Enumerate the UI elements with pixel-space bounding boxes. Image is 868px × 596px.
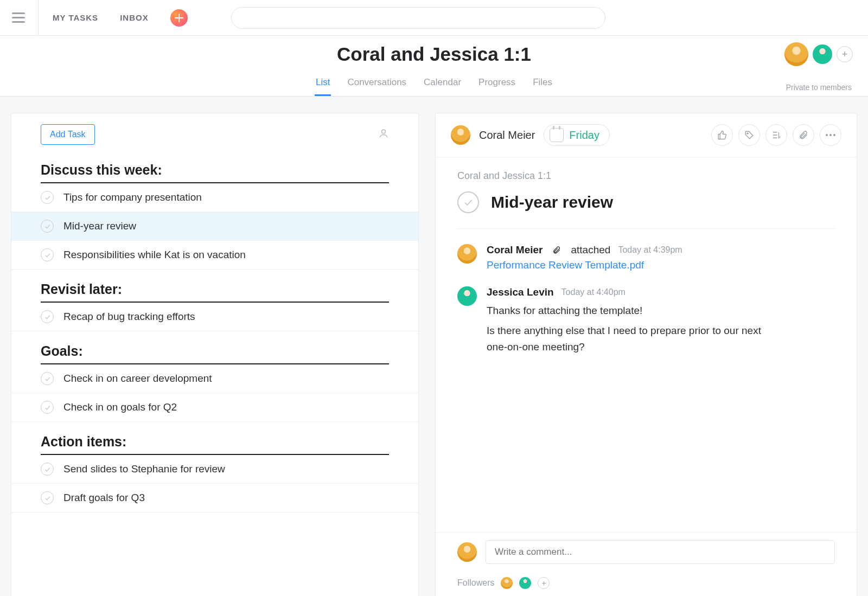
task-row[interactable]: Responsibilities while Kat is on vacatio… — [11, 241, 418, 270]
task-row[interactable]: Recap of bug tracking efforts — [11, 303, 418, 331]
task-row[interactable]: Check in on goals for Q2 — [11, 393, 418, 422]
project-members: + — [784, 42, 853, 66]
task-name: Responsibilities while Kat is on vacatio… — [63, 249, 246, 261]
attachment-button[interactable] — [793, 124, 814, 146]
comment-time: Today at 4:40pm — [561, 287, 626, 297]
comment-action: attached — [571, 244, 610, 256]
privacy-label: Private to members — [786, 83, 852, 92]
section-title: Goals: — [41, 343, 389, 359]
comment-avatar[interactable] — [457, 286, 477, 306]
complete-checkbox[interactable] — [41, 310, 54, 323]
comment-item: Coral Meier attached Today at 4:39pm Per… — [457, 244, 835, 271]
workspace: Add Task Discuss this week:Tips for comp… — [0, 97, 868, 596]
svg-point-4 — [826, 134, 828, 136]
followers-label: Followers — [457, 578, 494, 588]
comment-input[interactable] — [486, 540, 835, 564]
comment-author: Jessica Levin — [487, 286, 554, 298]
composer-avatar — [457, 542, 477, 562]
complete-checkbox[interactable] — [41, 401, 54, 414]
section-header[interactable]: Discuss this week: — [41, 150, 389, 183]
breadcrumb[interactable]: Coral and Jessica 1:1 — [457, 170, 835, 182]
section-title: Revisit later: — [41, 281, 389, 297]
comment-item: Jessica Levin Today at 4:40pm Thanks for… — [457, 286, 835, 355]
comment-text: Thanks for attaching the template! — [487, 303, 769, 318]
task-row[interactable]: Draft goals for Q3 — [11, 484, 418, 512]
detail-body: Coral and Jessica 1:1 Mid-year review Co… — [436, 157, 857, 532]
project-tabs: List Conversations Calendar Progress Fil… — [13, 73, 855, 96]
task-name: Check in on career development — [63, 373, 212, 384]
assignee-name: Coral Meier — [479, 129, 535, 142]
comment-time: Today at 4:39pm — [618, 245, 682, 255]
add-follower-button[interactable]: + — [538, 577, 550, 589]
search-input[interactable] — [231, 7, 605, 29]
complete-checkbox[interactable] — [41, 220, 54, 233]
task-list-panel: Add Task Discuss this week:Tips for comp… — [11, 113, 419, 596]
detail-header: Coral Meier Friday — [436, 113, 857, 157]
task-detail-panel: Coral Meier Friday Coral and Jessica 1:1… — [435, 113, 857, 596]
calendar-icon — [550, 128, 564, 142]
complete-checkbox[interactable] — [41, 191, 54, 204]
task-row[interactable]: Mid-year review — [11, 212, 418, 241]
follower-avatar[interactable] — [501, 577, 513, 589]
comment-avatar[interactable] — [457, 244, 477, 264]
more-actions-button[interactable] — [820, 124, 841, 146]
task-name: Send slides to Stephanie for review — [63, 463, 225, 475]
search-wrap — [231, 7, 605, 29]
followers-row: Followers + — [436, 572, 857, 596]
svg-point-3 — [747, 133, 748, 134]
project-title: Coral and Jessica 1:1 — [13, 43, 855, 65]
complete-checkbox[interactable] — [41, 372, 54, 385]
task-name: Recap of bug tracking efforts — [63, 311, 195, 323]
task-name: Mid-year review — [63, 220, 136, 232]
project-header: Coral and Jessica 1:1 List Conversations… — [0, 36, 868, 97]
tab-files[interactable]: Files — [532, 73, 553, 96]
section-header[interactable]: Goals: — [41, 331, 389, 364]
task-title[interactable]: Mid-year review — [491, 193, 613, 212]
assignee-filter-icon[interactable] — [378, 128, 389, 141]
follower-avatar[interactable] — [519, 577, 531, 589]
menu-toggle[interactable] — [9, 8, 28, 28]
task-name: Check in on goals for Q2 — [63, 401, 177, 413]
attachment-link[interactable]: Performance Review Template.pdf — [487, 259, 644, 271]
add-member-button[interactable]: + — [837, 46, 853, 62]
section-header[interactable]: Revisit later: — [41, 270, 389, 303]
tab-conversations[interactable]: Conversations — [346, 73, 407, 96]
add-task-button[interactable]: Add Task — [41, 124, 95, 145]
topbar: MY TASKS INBOX — [0, 0, 868, 36]
task-row[interactable]: Send slides to Stephanie for review — [11, 455, 418, 484]
svg-point-6 — [833, 134, 835, 136]
paperclip-icon — [552, 246, 561, 254]
comment-text: Is there anything else that I need to pr… — [487, 323, 769, 355]
tab-calendar[interactable]: Calendar — [423, 73, 462, 96]
assignee-avatar[interactable] — [451, 125, 470, 145]
svg-point-2 — [382, 130, 386, 133]
due-date-pill[interactable]: Friday — [544, 124, 610, 146]
comment-composer — [436, 532, 857, 572]
complete-task-button[interactable] — [457, 191, 479, 213]
tab-list[interactable]: List — [315, 73, 331, 96]
section-title: Action items: — [41, 434, 389, 450]
subtask-button[interactable] — [765, 124, 787, 146]
member-avatar-jessica[interactable] — [813, 44, 832, 64]
nav-inbox[interactable]: INBOX — [120, 13, 149, 22]
svg-point-5 — [829, 134, 832, 136]
member-avatar-coral[interactable] — [784, 42, 808, 66]
nav-my-tasks[interactable]: MY TASKS — [53, 13, 98, 22]
section-header[interactable]: Action items: — [41, 422, 389, 455]
task-row[interactable]: Check in on career development — [11, 364, 418, 393]
task-name: Tips for company presentation — [63, 191, 202, 203]
tab-progress[interactable]: Progress — [477, 73, 516, 96]
section-title: Discuss this week: — [41, 162, 389, 178]
plus-icon — [175, 14, 183, 22]
comment-author: Coral Meier — [487, 244, 542, 256]
divider — [38, 0, 39, 36]
task-row[interactable]: Tips for company presentation — [11, 183, 418, 212]
due-date-text: Friday — [569, 129, 599, 142]
complete-checkbox[interactable] — [41, 491, 54, 504]
task-name: Draft goals for Q3 — [63, 492, 145, 504]
complete-checkbox[interactable] — [41, 248, 54, 261]
complete-checkbox[interactable] — [41, 463, 54, 476]
tag-button[interactable] — [738, 124, 760, 146]
quick-add-button[interactable] — [170, 9, 188, 27]
like-button[interactable] — [711, 124, 733, 146]
